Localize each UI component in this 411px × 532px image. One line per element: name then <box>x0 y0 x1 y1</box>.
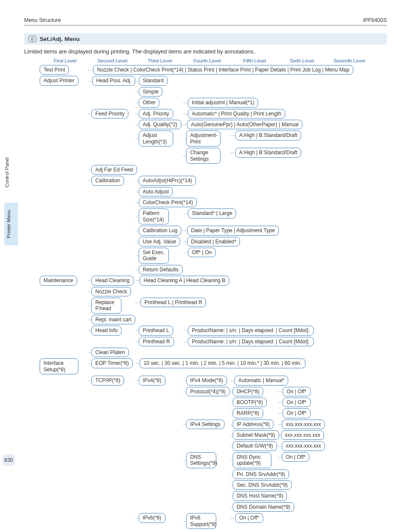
node-set-exec: Set Exec. Guide <box>139 248 169 264</box>
node-eop-timer: EOP Timer(*8) <box>91 358 133 368</box>
node-ipv4-settings: IPv4 Settings <box>186 420 224 429</box>
node-cc-print: ColorCheck Print(*14) <box>139 198 197 207</box>
menu-icon: ⎙ <box>28 36 36 42</box>
node-nozzle-check: Nozzle Check <box>91 287 131 296</box>
section-title: Set./Adj. Menu <box>40 36 80 42</box>
node-rarp-v: On | Off* <box>283 408 310 418</box>
node-dhcp: DHCP(*8) <box>233 387 263 396</box>
node-replace-phead: Replace P.head <box>91 298 121 314</box>
node-head-cleaning: Head Cleaning <box>91 276 133 285</box>
node-calib-log: Calibration Log <box>139 226 181 235</box>
side-tab-rail: Control Panel Printer Menu 630 <box>0 0 19 532</box>
node-printhead-r: Printhead R <box>139 337 174 346</box>
side-tab-printer-menu[interactable]: Printer Menu <box>4 202 18 246</box>
node-autoadj-hi: AutoAdjst(HiPrc)(*14) <box>139 176 196 185</box>
node-ipv6: IPv6(*8) <box>139 513 165 523</box>
node-test-print: Test Print <box>40 65 69 75</box>
node-adjust-length: Adjust Length(*3) <box>139 131 173 146</box>
level-headers: First Level Second Level Third Level Fou… <box>41 58 387 63</box>
node-dns-domain: DNS Domain Name(*9) <box>233 502 294 512</box>
node-dns-settings: DNS Settings(*9) <box>186 452 216 468</box>
node-adj-priority-v: Automatic* | Print Quality | Print Lengt… <box>188 109 285 118</box>
node-ipv4-mode: IPv4 Mode(*8) <box>186 376 227 385</box>
node-change-settings: Change Settings <box>186 148 221 164</box>
node-ipv4: IPv4(*8) <box>139 376 165 385</box>
node-bootp: BOOTP(*8) <box>233 398 267 407</box>
node-other-l4: Initial adjustmt | Manual(*1) <box>188 98 258 107</box>
node-head-cleaning-v: Head Cleaning A | Head Cleaning B <box>140 276 229 285</box>
node-adj-far-ed: Adj Far Ed Feed <box>91 165 137 174</box>
node-ip-address: IP Address(*9) <box>233 420 274 429</box>
node-simple: Simple <box>139 87 162 96</box>
node-tcpip: TCP/IP(*8) <box>91 376 124 385</box>
node-interface-setup: Interface Setup(*8) <box>40 358 78 374</box>
node-calib-log-v: Date | Paper Type | Adjustment Type <box>187 226 279 235</box>
node-change-settings-v: A:High | B:Standard/Draft <box>235 148 301 157</box>
header-left: Menu Structure <box>24 17 61 23</box>
level-4: Fourth Level <box>184 58 231 63</box>
level-6: Sixth Level <box>278 58 326 63</box>
level-7: Seventh Level <box>326 58 373 63</box>
node-sec-dns: Sec. DNS SrvAddr(*9) <box>233 480 292 490</box>
node-repl-maint-cart: Repl. maint cart <box>91 315 135 324</box>
node-adjust-printer: Adjust Printer <box>40 76 78 85</box>
node-adjustment-print: Adjustment-Print <box>186 131 221 146</box>
menu-tree: Test Print ·····Nozzle Check | ColorChec… <box>40 65 387 529</box>
node-printhead-r-v: ProductName: | s/n: | Days elapsed: | Co… <box>188 337 313 346</box>
node-ip-address-v: xxx.xxx.xxx.xxx <box>282 420 325 429</box>
node-printhead-l-v: ProductName: | s/n: | Days elapsed: | Co… <box>188 326 313 335</box>
node-ipv4-mode-v: Automatic | Manual* <box>234 376 288 385</box>
node-dhcp-v: On | Off* <box>283 387 310 396</box>
node-ipv6-support: IPv6 Support(*8) <box>186 513 216 529</box>
node-use-adj: Use Adj. Value <box>139 237 180 246</box>
node-head-posi: Head Posi. Adj. <box>92 76 135 85</box>
node-standard: Standard <box>139 76 168 85</box>
node-replace-phead-v: Printhead L | Printhead R <box>140 298 206 307</box>
node-printhead-l: Printhead L <box>139 326 173 335</box>
node-clean-platen: Clean Platen <box>91 348 129 357</box>
node-pattern-size-v: Standard* | Large <box>188 208 236 218</box>
node-pri-dns: Pri. DNS SrvAddr(*9) <box>233 470 289 479</box>
node-dns-host: DNS Host Name(*9) <box>233 491 287 501</box>
node-return-defaults: Return Defaults <box>139 265 182 274</box>
side-tab-control-panel[interactable]: Control Panel <box>4 151 18 194</box>
node-protocol: Protocol(*4)(*8) <box>186 387 230 396</box>
page-header: Menu Structure iPF6400S <box>24 17 387 25</box>
node-pattern-size: Pattern Size(*14) <box>139 208 169 224</box>
node-head-info: Head Info <box>91 326 121 335</box>
node-dns-dync: DNS Dync update(*9) <box>233 452 271 468</box>
node-test-print-children: Nozzle Check | ColorCheck Print(*14) | S… <box>93 65 353 75</box>
node-ipv6-support-v: On | Off* <box>235 513 263 523</box>
section-intro: Limited items are displayed during print… <box>24 48 387 55</box>
node-auto-adjust: Auto Adjust <box>139 187 173 196</box>
section-title-bar: ⎙ Set./Adj. Menu <box>24 33 387 45</box>
level-5: Fifth Level <box>231 58 278 63</box>
level-1: First Level <box>41 58 89 63</box>
node-maintenance: Maintenance <box>40 276 77 285</box>
node-adjustment-print-v: A:High | B:Standard/Draft <box>235 131 301 140</box>
node-eop-timer-v: 10 sec. | 30 sec. | 1 min. | 2 min. | 5 … <box>140 358 305 368</box>
node-dns-dync-v: On | Off* <box>282 452 309 462</box>
header-right: iPF6400S <box>363 17 387 23</box>
node-use-adj-v: Disabled | Enabled* <box>187 237 240 246</box>
node-gateway: Default G/W(*9) <box>233 441 277 451</box>
node-adj-quality: Adj. Quality(*2) <box>139 120 181 129</box>
level-2: Second Level <box>89 58 136 63</box>
node-rarp: RARP(*8) <box>233 408 263 418</box>
node-calibration: Calibration <box>91 176 124 185</box>
node-adj-quality-v: Auto(GenuinePpr) | Auto(OtherPaper) | Ma… <box>187 120 302 129</box>
page-number: 630 <box>3 454 15 466</box>
node-bootp-v: On | Off* <box>283 398 310 407</box>
level-3: Third Level <box>136 58 184 63</box>
node-gateway-v: xxx.xxx.xxx.xxx <box>282 441 325 451</box>
node-feed-priority: Feed Priority <box>91 109 128 118</box>
node-adj-priority: Adj. Priority <box>139 109 173 118</box>
node-set-exec-v: Off* | On <box>188 248 215 257</box>
node-subnet-v: xxx.xxx.xxx.xxx <box>281 430 324 440</box>
node-other: Other <box>139 98 159 107</box>
node-subnet: Subnet Mask(*9) <box>233 430 279 440</box>
